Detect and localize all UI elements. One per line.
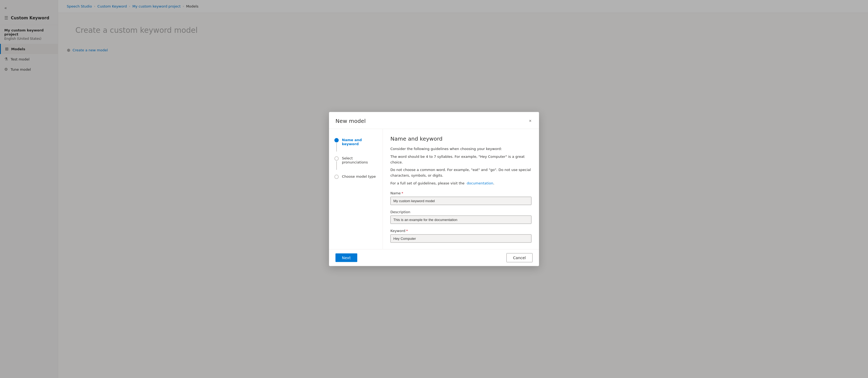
- cancel-button[interactable]: Cancel: [506, 253, 532, 262]
- guidelines-line-2: The word should be 4 to 7 syllables. For…: [391, 154, 531, 165]
- name-field-group: Name *: [391, 191, 531, 205]
- description-input[interactable]: [391, 215, 531, 224]
- step-2-label: Select pronunciations: [342, 156, 377, 164]
- step-2-circle: [334, 157, 339, 161]
- next-button[interactable]: Next: [336, 253, 357, 262]
- modal-title: New model: [336, 118, 366, 124]
- step-1-circle: [334, 138, 339, 142]
- content-panel: Name and keyword Consider the following …: [383, 129, 539, 249]
- guidelines-doc-suffix: .: [493, 181, 494, 185]
- keyword-input[interactable]: [391, 234, 531, 242]
- keyword-label-text: Keyword: [391, 229, 405, 233]
- modal-header: New model ×: [329, 112, 539, 129]
- step-choose-model-type: Choose model type: [329, 172, 382, 181]
- guidelines-line-3: Do not choose a common word. For example…: [391, 167, 531, 178]
- step-2-line: [336, 161, 337, 170]
- step-3-label: Choose model type: [342, 174, 376, 178]
- keyword-field-group: Keyword *: [391, 229, 531, 242]
- guidelines-doc-prefix: For a full set of guidelines, please vis…: [391, 181, 464, 185]
- guidelines-line-1: Consider the following guidelines when c…: [391, 146, 531, 152]
- keyword-required-star: *: [406, 229, 408, 233]
- new-model-dialog: New model × Name and keyword Sele: [329, 112, 539, 266]
- close-icon: ×: [529, 118, 531, 124]
- documentation-link[interactable]: documentation: [467, 181, 493, 185]
- step-name-keyword: Name and keyword: [329, 136, 382, 154]
- name-label-text: Name: [391, 191, 401, 195]
- step-select-pronunciations: Select pronunciations: [329, 154, 382, 172]
- keyword-field-label: Keyword *: [391, 229, 531, 233]
- description-field-group: Description: [391, 210, 531, 224]
- name-required-star: *: [401, 191, 403, 195]
- name-field-label: Name *: [391, 191, 531, 195]
- description-field-label: Description: [391, 210, 531, 214]
- step-1-line: [336, 143, 337, 151]
- content-title: Name and keyword: [391, 136, 531, 142]
- modal-close-button[interactable]: ×: [528, 117, 532, 125]
- description-label-text: Description: [391, 210, 410, 214]
- name-input[interactable]: [391, 197, 531, 205]
- step-1-label: Name and keyword: [342, 138, 377, 146]
- modal-body: Name and keyword Select pronunciations C…: [329, 129, 539, 249]
- guidelines-doc-line: For a full set of guidelines, please vis…: [391, 181, 531, 186]
- steps-panel: Name and keyword Select pronunciations C…: [329, 129, 383, 249]
- step-3-circle: [334, 175, 339, 179]
- modal-footer: Next Cancel: [329, 249, 539, 266]
- step-2-connector: [334, 156, 339, 170]
- step-3-connector: [334, 174, 339, 179]
- step-1-connector: [334, 138, 339, 151]
